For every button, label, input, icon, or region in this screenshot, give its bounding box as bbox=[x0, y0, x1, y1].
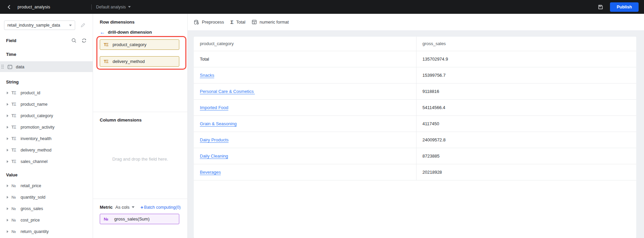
chip-label: product_category bbox=[113, 42, 146, 47]
field-label: product_name bbox=[21, 102, 48, 107]
table-row-total: Total 135702974.9 bbox=[194, 51, 636, 67]
database-gear-icon bbox=[194, 20, 199, 25]
field-item-product-category[interactable]: TΞ product_category bbox=[0, 110, 93, 122]
field-label: sales_channel bbox=[21, 159, 48, 164]
table-row: Daily Cleaning 8723885 bbox=[194, 148, 636, 164]
preprocess-label: Preprocess bbox=[202, 20, 224, 25]
plus-icon: + bbox=[141, 204, 144, 210]
category-link[interactable]: Imported Food bbox=[200, 105, 228, 110]
drop-zone-placeholder[interactable]: Drag and drop the field here. bbox=[93, 157, 187, 162]
string-type-icon: TΞ bbox=[11, 113, 20, 118]
string-type-icon: TΞ bbox=[104, 59, 112, 64]
field-label: cost_price bbox=[21, 218, 40, 223]
field-item-delivery-method[interactable]: TΞ delivery_method bbox=[0, 144, 93, 156]
expand-icon[interactable] bbox=[7, 207, 8, 210]
back-icon[interactable] bbox=[5, 4, 12, 10]
dataset-select[interactable]: retail_industry_sample_data bbox=[4, 21, 75, 30]
field-item-retail-price[interactable]: № retail_price bbox=[0, 180, 93, 192]
chip-label: gross_sales(Sum) bbox=[114, 216, 150, 222]
string-type-icon: TΞ bbox=[104, 42, 112, 47]
analysis-selector[interactable]: Default analysis bbox=[96, 5, 131, 9]
cell-value: 8723885 bbox=[423, 154, 440, 159]
value-section-title: Value bbox=[0, 172, 93, 177]
field-item-data[interactable]: data bbox=[0, 61, 93, 72]
calendar-icon bbox=[7, 64, 12, 69]
pivot-table-card: product_category gross_sales Total 13570… bbox=[194, 37, 636, 238]
expand-icon[interactable] bbox=[7, 92, 8, 94]
category-link[interactable]: Grain & Seasoning bbox=[200, 121, 237, 126]
expand-icon[interactable] bbox=[7, 114, 8, 117]
field-item-gross-sales[interactable]: № gross_sales bbox=[0, 203, 93, 214]
field-item-quantity-sold[interactable]: № quantity_sold bbox=[0, 192, 93, 203]
category-link[interactable]: Snacks bbox=[200, 73, 214, 78]
grid-format-icon bbox=[252, 20, 257, 25]
cell-value: 15399756.7 bbox=[423, 73, 446, 78]
cell-value: 24009572.8 bbox=[423, 137, 446, 142]
number-type-icon: № bbox=[11, 206, 20, 211]
column-header-gross-sales[interactable]: gross_sales bbox=[416, 37, 636, 51]
row-dimension-chip-product-category[interactable]: TΞ product_category bbox=[100, 39, 179, 50]
row-dimension-chip-delivery-method[interactable]: TΞ delivery_method bbox=[100, 56, 179, 67]
field-label: product_category bbox=[21, 113, 53, 118]
chip-label: delivery_method bbox=[113, 59, 145, 64]
expand-icon[interactable] bbox=[7, 230, 8, 233]
string-type-icon: TΞ bbox=[11, 91, 20, 95]
field-item-promotion-activity[interactable]: TΞ promotion_activity bbox=[0, 122, 93, 133]
field-item-return-quantity[interactable]: № return_quantity bbox=[0, 226, 93, 237]
category-link[interactable]: Dairy Products bbox=[200, 137, 228, 142]
field-label: quantity_sold bbox=[21, 195, 45, 200]
batch-computing-link[interactable]: + Batch computing(0) bbox=[141, 204, 181, 210]
field-label: retail_price bbox=[21, 183, 41, 188]
field-item-inventory-health[interactable]: TΞ inventory_health bbox=[0, 133, 93, 144]
preprocess-button[interactable]: Preprocess bbox=[194, 20, 224, 25]
number-type-icon: № bbox=[11, 195, 20, 200]
refresh-icon[interactable] bbox=[82, 38, 87, 43]
chevron-down-icon bbox=[128, 6, 131, 8]
expand-icon[interactable] bbox=[7, 196, 8, 199]
field-item-product-id[interactable]: TΞ product_id bbox=[0, 87, 93, 99]
pivot-table: product_category gross_sales Total 13570… bbox=[194, 37, 636, 180]
table-row: Personal Care & Cosmetics 9118816 bbox=[194, 83, 636, 99]
edit-dataset-icon[interactable] bbox=[81, 23, 85, 28]
field-item-product-name[interactable]: TΞ product_name bbox=[0, 99, 93, 110]
chevron-down-icon[interactable] bbox=[132, 206, 134, 208]
string-type-icon: TΞ bbox=[11, 125, 20, 130]
cell-value: 135702974.9 bbox=[423, 57, 448, 62]
page-title: product_analysis bbox=[18, 5, 50, 9]
field-item-sales-channel[interactable]: TΞ sales_channel bbox=[0, 156, 93, 167]
number-type-icon: № bbox=[11, 183, 20, 188]
field-item-cost-price[interactable]: № cost_price bbox=[0, 214, 93, 226]
string-type-icon: TΞ bbox=[11, 148, 20, 152]
drill-down-dimension[interactable]: ← drill-down dimension bbox=[100, 30, 187, 35]
metric-mode-select[interactable]: As cols bbox=[115, 205, 129, 210]
publish-button[interactable]: Publish bbox=[610, 2, 639, 12]
expand-icon[interactable] bbox=[7, 149, 8, 151]
table-row: Beverages 20218928 bbox=[194, 164, 636, 180]
chevron-down-icon bbox=[69, 25, 72, 26]
drag-handle-icon[interactable] bbox=[0, 65, 5, 69]
cell-value: 20218928 bbox=[423, 170, 442, 175]
number-type-icon: № bbox=[11, 229, 20, 234]
expand-icon[interactable] bbox=[7, 126, 8, 129]
table-row: Imported Food 54114566.4 bbox=[194, 99, 636, 115]
field-sidebar: retail_industry_sample_data Field bbox=[0, 14, 93, 238]
metric-chip-gross-sales-sum[interactable]: № gross_sales(Sum) bbox=[100, 214, 179, 224]
total-button[interactable]: Σ Total bbox=[231, 20, 245, 25]
expand-icon[interactable] bbox=[7, 103, 8, 106]
table-header-row: product_category gross_sales bbox=[194, 37, 636, 51]
category-link[interactable]: Daily Cleaning bbox=[200, 154, 228, 159]
search-icon[interactable] bbox=[71, 38, 76, 43]
expand-icon[interactable] bbox=[7, 184, 8, 187]
total-label: Total bbox=[236, 20, 245, 25]
expand-icon[interactable] bbox=[7, 137, 8, 140]
category-link[interactable]: Beverages bbox=[200, 170, 221, 175]
expand-icon[interactable] bbox=[7, 160, 8, 163]
numeric-format-button[interactable]: numeric format bbox=[252, 20, 289, 25]
save-icon[interactable] bbox=[597, 3, 604, 11]
row-label: Total bbox=[200, 57, 209, 62]
column-header-product-category[interactable]: product_category bbox=[194, 37, 416, 51]
cell-value: 4117450 bbox=[423, 121, 439, 126]
category-link[interactable]: Personal Care & Cosmetics bbox=[200, 89, 255, 94]
expand-icon[interactable] bbox=[7, 219, 8, 222]
table-row: Grain & Seasoning 4117450 bbox=[194, 115, 636, 132]
